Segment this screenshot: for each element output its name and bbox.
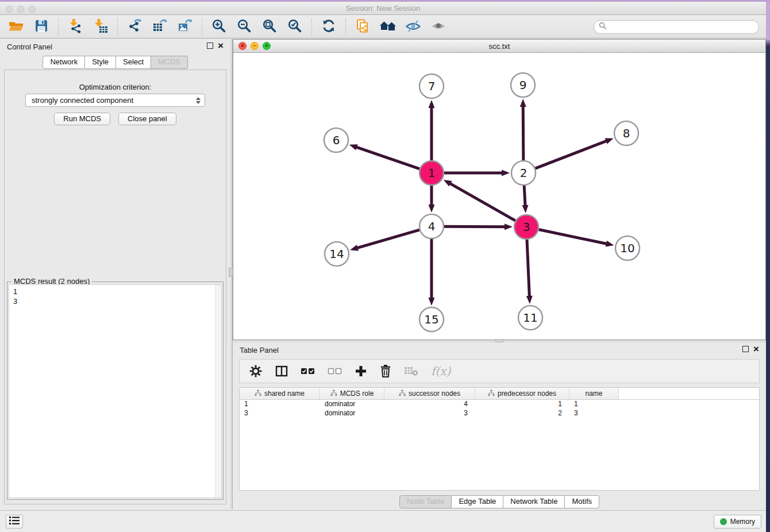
graph-edge-2-3[interactable] [524,186,525,207]
memory-button[interactable]: Memory [714,515,761,529]
graph-edge-arrowhead [429,205,435,213]
home-networks-button[interactable] [375,17,401,37]
tab-network-table[interactable]: Network Table [503,495,565,508]
graph-edge-3-1[interactable] [449,183,515,221]
task-history-button[interactable] [6,515,23,529]
header-filler [619,388,759,399]
graph-node-label: 14 [329,247,344,261]
cell-predecessor-nodes[interactable]: 1 [475,400,569,409]
tab-motifs[interactable]: Motifs [565,495,599,508]
import-network-icon [68,18,83,36]
graph-edge-arrowhead [429,298,435,306]
graph-edge-arrowhead [502,170,510,176]
cell-MCDS-role[interactable]: dominator [320,400,384,409]
cell-name[interactable]: 3 [569,409,619,418]
graph-node-label: 8 [623,126,630,140]
graph-edge-2-8[interactable] [536,141,608,168]
open-file-button[interactable] [3,17,29,37]
network-graph[interactable]: 7968124314101511 [233,53,765,340]
close-panel-button[interactable]: Close panel [118,113,176,125]
graph-node-label: 9 [519,78,527,92]
export-image-button[interactable] [172,17,198,37]
table-tabs: Node TableEdge TableNetwork TableMotifs [399,495,599,508]
graph-edge-1-6[interactable] [355,147,419,168]
export-table-button[interactable] [147,17,172,37]
column-type-icon [255,390,261,398]
tab-network[interactable]: Network [43,56,85,69]
mcds-result-text: 1 3 [9,285,221,308]
column-header-predecessor-nodes[interactable]: predecessor nodes [475,388,569,399]
save-session-button[interactable] [29,17,54,37]
refresh-icon [321,18,336,36]
function-builder-button-disabled: f(x) [431,364,451,378]
result-scrollbar[interactable] [215,285,221,498]
zoom-in-button[interactable] [206,17,232,37]
table-row[interactable]: 3dominator323 [240,409,759,418]
cell-shared-name[interactable]: 1 [240,400,320,409]
import-table-icon [93,18,108,36]
cell-successor-nodes[interactable]: 4 [384,400,475,409]
column-header-successor-nodes[interactable]: successor nodes [384,388,475,399]
column-header-name[interactable]: name [569,388,619,399]
network-window-titlebar[interactable]: × − + scc.txt [233,40,765,53]
graph-edge-2-9[interactable] [523,105,523,160]
show-panel-button[interactable] [426,17,451,37]
criterion-dropdown[interactable]: strongly connected component [25,94,205,107]
import-network-button[interactable] [63,17,88,37]
zoom-selected-icon [287,18,302,36]
import-table-button[interactable] [88,17,113,37]
search-input[interactable] [610,23,754,32]
refresh-view-button[interactable] [316,17,341,37]
delete-column-button[interactable] [379,364,392,378]
run-mcds-button[interactable]: Run MCDS [54,113,110,125]
fit-content-button[interactable] [257,17,282,37]
export-network-button[interactable] [122,17,147,37]
network-canvas[interactable]: 7968124314101511 [233,53,765,340]
cell-predecessor-nodes[interactable]: 2 [475,409,569,418]
column-type-icon [399,390,406,398]
cell-successor-nodes[interactable]: 3 [384,409,475,418]
tab-edge-table[interactable]: Edge Table [452,495,503,508]
deselect-all-columns-button[interactable] [328,366,342,376]
zoom-out-button[interactable] [232,17,257,37]
table-row[interactable]: 1dominator411 [240,400,759,409]
toolbar-separator [345,18,346,36]
column-header-shared-name[interactable]: shared name [240,388,320,399]
add-column-button[interactable] [355,365,367,377]
export-table-icon [152,18,167,36]
cell-MCDS-role[interactable]: dominator [320,409,384,418]
table-header-row: shared nameMCDS rolesuccessor nodesprede… [240,388,759,400]
graph-edge-arrowhead [526,296,533,304]
graph-edge-arrowhead [505,223,513,230]
select-all-columns-button[interactable] [301,366,315,376]
column-header-MCDS-role[interactable]: MCDS role [320,388,384,399]
toolbar-separator [117,18,118,36]
cell-name[interactable]: 1 [569,400,619,409]
toolbar-separator [311,18,312,36]
show-column-panel-button[interactable] [275,364,288,378]
close-panel-icon[interactable]: × [218,43,224,49]
zoom-selected-button[interactable] [282,17,307,37]
memory-status-icon [720,518,727,525]
graph-edge-4-14[interactable] [356,230,419,248]
search-field[interactable] [594,20,759,34]
table-settings-button[interactable] [249,364,263,378]
float-panel-icon[interactable] [207,43,213,49]
houses-icon [379,18,396,36]
tab-select[interactable]: Select [116,56,151,69]
graph-edge-3-11[interactable] [527,240,529,298]
float-panel-icon[interactable] [742,346,749,352]
hide-panel-button[interactable] [401,17,426,37]
tab-style[interactable]: Style [85,56,116,69]
graph-edge-3-10[interactable] [539,230,608,244]
control-panel-tabs: NetworkStyleSelectMCDS [43,56,187,69]
graph-node-label: 3 [523,220,530,234]
graph-edge-4-3[interactable] [444,226,506,227]
close-panel-icon[interactable]: × [753,346,759,352]
cell-shared-name[interactable]: 3 [240,409,320,418]
tab-mcds[interactable]: MCDS [151,56,187,69]
mcds-result-area[interactable]: 1 3 [9,284,222,498]
copy-network-view-button[interactable] [350,17,375,37]
tab-node-table[interactable]: Node Table [399,495,452,508]
graph-node-label: 11 [523,311,537,325]
